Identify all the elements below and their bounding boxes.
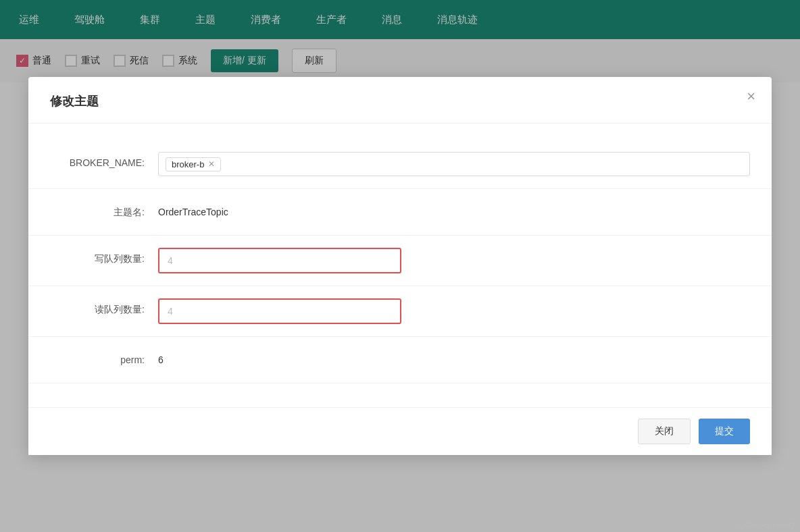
read-queue-input-container xyxy=(158,298,401,324)
read-queue-input[interactable] xyxy=(168,306,392,317)
perm-value: 6 xyxy=(158,349,750,371)
broker-name-input[interactable]: broker-b ✕ xyxy=(158,152,750,176)
topic-name-row: 主题名: OrderTraceTopic xyxy=(28,189,772,236)
read-queue-label: 读队列数量: xyxy=(50,298,158,316)
watermark: ©2024 RocketMQ xyxy=(735,521,795,529)
perm-row: perm: 6 xyxy=(28,337,772,383)
modal-overlay: 修改主题 × BROKER_NAME: broker-b ✕ 主题名: xyxy=(0,0,800,532)
broker-tag-remove-icon[interactable]: ✕ xyxy=(208,159,215,169)
broker-name-row: BROKER_NAME: broker-b ✕ xyxy=(28,140,772,189)
write-queue-control xyxy=(158,248,750,273)
write-queue-label: 写队列数量: xyxy=(50,248,158,265)
read-queue-control xyxy=(158,298,750,324)
topic-name-value: OrderTraceTopic xyxy=(158,201,750,223)
broker-name-control: broker-b ✕ xyxy=(158,152,750,176)
write-queue-input-container xyxy=(158,248,401,273)
read-queue-row: 读队列数量: xyxy=(28,286,772,337)
write-queue-row: 写队列数量: xyxy=(28,236,772,286)
write-queue-input[interactable] xyxy=(168,255,392,266)
close-icon[interactable]: × xyxy=(747,89,755,104)
broker-tag: broker-b ✕ xyxy=(166,157,221,171)
topic-name-control: OrderTraceTopic xyxy=(158,201,750,223)
perm-label: perm: xyxy=(50,349,158,365)
broker-name-label: BROKER_NAME: xyxy=(50,152,158,168)
dialog-footer: 关闭 提交 xyxy=(28,407,772,455)
dialog-title: 修改主题 xyxy=(28,77,772,124)
modify-topic-dialog: 修改主题 × BROKER_NAME: broker-b ✕ 主题名: xyxy=(28,77,772,455)
topic-name-label: 主题名: xyxy=(50,201,158,219)
submit-button[interactable]: 提交 xyxy=(699,419,750,444)
dialog-body: BROKER_NAME: broker-b ✕ 主题名: OrderTraceT… xyxy=(28,124,772,400)
close-dialog-button[interactable]: 关闭 xyxy=(638,419,691,444)
perm-control: 6 xyxy=(158,349,750,371)
broker-tag-text: broker-b xyxy=(172,159,204,169)
